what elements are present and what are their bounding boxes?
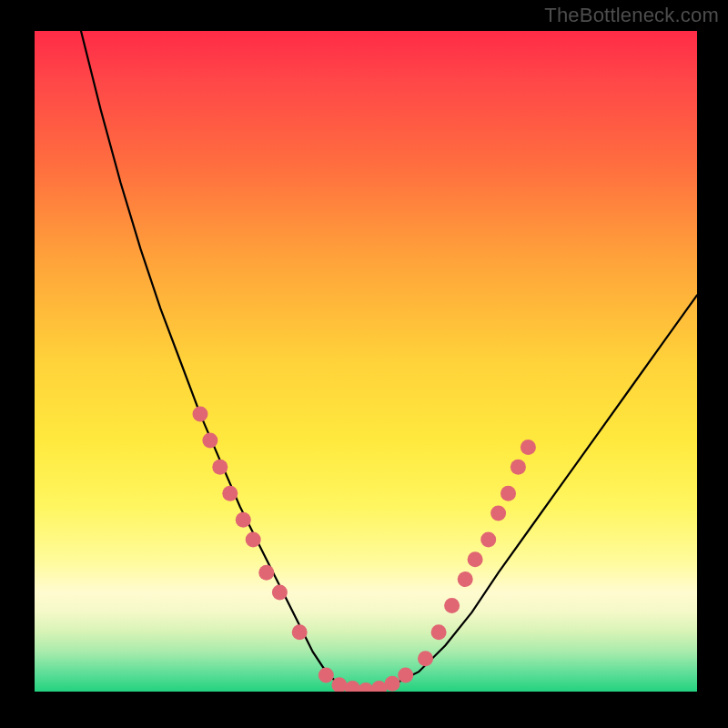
curve-marker — [359, 682, 374, 692]
curve-marker — [246, 532, 261, 548]
curve-marker — [345, 681, 360, 692]
curve-marker — [193, 407, 208, 422]
curve-marker — [202, 433, 217, 449]
curve-marker — [480, 532, 496, 548]
curve-marker — [444, 598, 460, 613]
curve-marker — [272, 585, 288, 601]
bottleneck-curve-svg — [35, 31, 697, 692]
curve-marker — [236, 512, 251, 528]
curve-marker — [458, 571, 473, 587]
curve-marker — [490, 506, 506, 521]
curve-marker — [511, 460, 526, 475]
curve-marker — [258, 565, 274, 581]
curve-marker — [292, 624, 308, 640]
curve-marker — [212, 460, 228, 475]
bottleneck-curve-path — [81, 31, 697, 692]
curve-marker — [468, 551, 483, 567]
plot-area — [35, 31, 697, 692]
curve-marker — [500, 486, 516, 501]
chart-frame: TheBottleneck.com — [0, 0, 728, 728]
curve-marker — [521, 440, 536, 455]
curve-marker — [371, 681, 387, 692]
curve-marker — [431, 624, 447, 640]
curve-marker — [418, 651, 433, 666]
curve-marker — [222, 486, 238, 501]
curve-marker-group — [193, 407, 536, 692]
curve-marker — [385, 676, 400, 692]
curve-marker — [318, 667, 334, 682]
curve-marker — [398, 667, 413, 682]
watermark-text: TheBottleneck.com — [544, 4, 719, 27]
